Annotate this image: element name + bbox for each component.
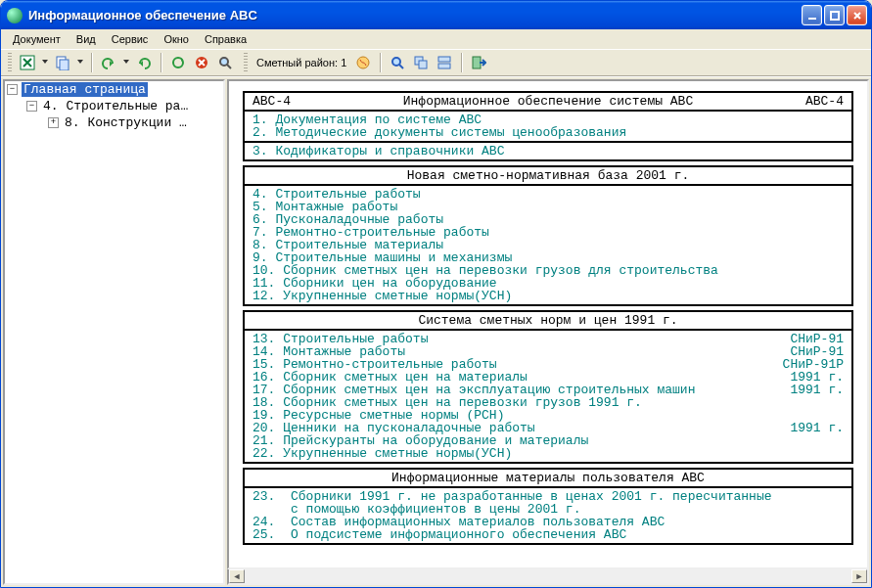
link-item[interactable]: 25. О подсистеме информационного обеспеч… xyxy=(252,528,844,541)
svg-point-10 xyxy=(392,58,400,66)
copy-button[interactable] xyxy=(52,52,85,73)
window-title: Информационное обеспечение ABC xyxy=(28,8,802,23)
app-icon xyxy=(7,8,23,23)
exit-button[interactable] xyxy=(468,52,489,73)
svg-rect-0 xyxy=(808,18,816,20)
content-pane[interactable]: ABC-4 Информационное обеспечение системы… xyxy=(227,79,869,569)
undo-button[interactable] xyxy=(98,52,131,73)
tree-item[interactable]: − 4. Строительные ра… xyxy=(5,98,223,114)
tile-windows-button[interactable] xyxy=(434,52,455,73)
horizontal-scrollbar[interactable]: ◄ ► xyxy=(227,569,869,585)
toolbar: Сметный район: 1 xyxy=(1,49,871,76)
dropdown-arrow-icon xyxy=(77,60,83,64)
dropdown-arrow-icon xyxy=(123,60,129,64)
header-right: ABC-4 xyxy=(805,95,844,108)
scroll-right-button[interactable]: ► xyxy=(851,569,867,583)
collapse-icon[interactable]: − xyxy=(26,101,37,112)
find-button[interactable] xyxy=(214,52,236,73)
section-title: Информационные материалы пользователя AB… xyxy=(391,472,705,484)
redo-button[interactable] xyxy=(133,52,155,73)
section-title: Новая сметно-нормативная база 2001 г. xyxy=(407,169,690,182)
link-item[interactable]: 23. Сборники 1991 г. не разработанные в … xyxy=(252,490,844,516)
menu-view[interactable]: Вид xyxy=(69,31,104,47)
tree-root[interactable]: − Главная страница xyxy=(5,81,223,98)
zoom-button[interactable] xyxy=(387,52,408,73)
menu-bar: Документ Вид Сервис Окно Справка xyxy=(1,29,871,49)
excel-export-button[interactable] xyxy=(17,52,50,73)
header-center: Информационное обеспечение системы ABC xyxy=(403,95,693,108)
close-button[interactable] xyxy=(847,5,867,25)
tree-pane[interactable]: − Главная страница − 4. Строительные ра…… xyxy=(3,79,225,585)
svg-rect-15 xyxy=(438,64,450,68)
region-select-button[interactable] xyxy=(352,52,374,73)
svg-rect-14 xyxy=(438,57,450,62)
header-left: ABC-4 xyxy=(252,95,291,108)
menu-help[interactable]: Справка xyxy=(197,31,254,47)
section-user: Информационные материалы пользователя AB… xyxy=(243,468,853,545)
svg-line-11 xyxy=(399,65,403,68)
stop-button[interactable] xyxy=(191,52,212,73)
tree-item[interactable]: + 8. Конструкции … xyxy=(5,114,223,131)
link-item[interactable]: 3. Кодификаторы и справочники ABC xyxy=(252,145,844,158)
cascade-windows-button[interactable] xyxy=(410,52,432,73)
region-label: Сметный район: 1 xyxy=(252,57,350,68)
menu-service[interactable]: Сервис xyxy=(104,31,157,47)
header-box: ABC-4 Информационное обеспечение системы… xyxy=(243,91,853,161)
svg-rect-1 xyxy=(831,12,839,20)
svg-rect-4 xyxy=(60,60,69,70)
toolbar-grip[interactable] xyxy=(8,53,12,72)
svg-rect-13 xyxy=(419,61,427,68)
scroll-left-button[interactable]: ◄ xyxy=(229,569,245,583)
refresh-button[interactable] xyxy=(167,52,189,73)
section-2001: Новая сметно-нормативная база 2001 г. 4.… xyxy=(243,165,853,306)
menu-window[interactable]: Окно xyxy=(156,31,197,47)
menu-document[interactable]: Документ xyxy=(5,31,69,47)
svg-rect-16 xyxy=(473,57,481,68)
dropdown-arrow-icon xyxy=(42,60,48,64)
section-title: Система сметных норм и цен 1991 г. xyxy=(418,314,677,327)
svg-line-8 xyxy=(227,65,231,68)
link-item[interactable]: 12. Укрупненные сметные нормы(УСН) xyxy=(252,290,844,302)
scrollbar-track[interactable] xyxy=(245,569,851,583)
section-1991: Система сметных норм и цен 1991 г. 13. С… xyxy=(243,310,853,464)
toolbar-grip[interactable] xyxy=(244,53,248,72)
link-item[interactable]: 22. Укрупненные сметные нормы(УСН) xyxy=(252,447,844,460)
svg-point-7 xyxy=(220,58,228,66)
titlebar: Информационное обеспечение ABC xyxy=(1,1,871,29)
minimize-button[interactable] xyxy=(802,5,822,25)
maximize-button[interactable] xyxy=(824,5,845,25)
expand-icon[interactable]: + xyxy=(48,117,59,128)
collapse-icon[interactable]: − xyxy=(7,84,18,95)
link-item[interactable]: 2. Методические документы системы ценооб… xyxy=(252,126,844,139)
